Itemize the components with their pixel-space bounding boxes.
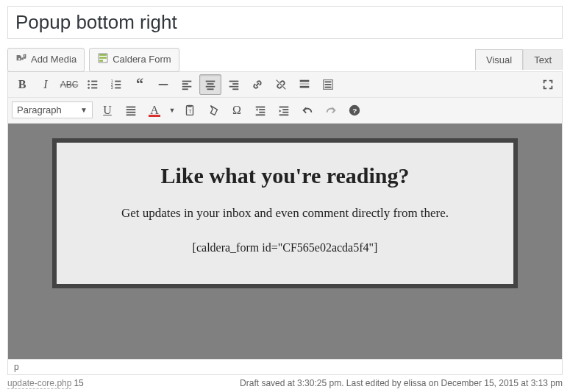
svg-rect-9 [115,84,121,85]
special-char-button[interactable]: Ω [226,100,248,121]
svg-rect-15 [182,86,192,88]
popup-paragraph: Get updates in your inbox and even comme… [71,206,499,221]
svg-rect-3 [91,84,97,85]
popup-shortcode: [caldera_form id="CF565e02acda5f4"] [71,241,499,254]
toolbar-row-1: B I ABC 123 “ [8,72,562,98]
svg-rect-41 [259,109,265,110]
align-center-button[interactable] [199,74,221,95]
svg-point-2 [88,84,90,86]
bold-button[interactable]: B [11,74,33,95]
read-more-button[interactable] [293,74,316,95]
svg-rect-45 [282,109,288,110]
bullet-list-button[interactable] [82,74,104,95]
svg-rect-11 [115,87,121,88]
svg-rect-30 [325,81,332,82]
svg-rect-7 [115,80,121,82]
footer-status-row: update-core.php 15 Draft saved at 3:30:2… [7,375,563,389]
chevron-down-icon: ▼ [169,107,176,114]
svg-rect-14 [182,83,188,85]
strikethrough-button[interactable]: ABC [58,74,80,95]
svg-rect-26 [300,80,310,82]
svg-rect-13 [182,80,192,82]
toolbar-toggle-button[interactable] [317,74,339,95]
svg-rect-34 [127,109,136,110]
italic-button[interactable]: I [35,74,57,95]
svg-rect-21 [229,80,239,82]
align-right-button[interactable] [223,74,245,95]
svg-rect-22 [232,83,238,85]
svg-text:3: 3 [111,85,113,90]
format-select-label: Paragraph [17,104,62,115]
svg-rect-17 [206,80,215,82]
element-path-bar[interactable]: p [8,359,562,374]
popup-heading: Like what you're reading? [71,163,499,188]
svg-text:?: ? [352,106,357,114]
text-color-dropdown[interactable]: ▼ [167,100,177,121]
footer-line-hint: 15 [74,378,83,388]
link-button[interactable] [246,74,268,95]
footer-status-text: Draft saved at 3:30:25 pm. Last edited b… [240,378,563,388]
align-justify-button[interactable] [120,100,142,121]
svg-rect-27 [300,83,310,85]
svg-point-4 [88,87,90,89]
svg-rect-36 [127,114,136,115]
svg-point-0 [88,80,90,82]
fullscreen-button[interactable] [537,74,559,95]
svg-rect-28 [300,86,310,88]
svg-rect-35 [127,112,136,113]
editor-content-area[interactable]: Like what you're reading? Get updates in… [8,124,562,359]
undo-button[interactable] [296,100,318,121]
svg-rect-1 [91,80,97,82]
svg-text:T: T [188,107,192,114]
svg-rect-5 [91,87,97,88]
clear-formatting-button[interactable] [202,100,224,121]
svg-rect-44 [279,106,289,107]
indent-button[interactable] [273,100,295,121]
post-title-input[interactable] [7,6,563,39]
tab-visual[interactable]: Visual [475,49,523,70]
svg-rect-47 [279,114,289,115]
tab-text[interactable]: Text [523,49,563,70]
svg-rect-46 [282,112,288,113]
chevron-down-icon: ▼ [80,106,88,114]
align-left-button[interactable] [176,74,198,95]
svg-rect-38 [188,105,191,107]
text-color-button[interactable]: A [143,100,165,121]
svg-rect-24 [232,88,238,90]
footer-file-hint: update-core.php [7,378,71,389]
svg-rect-19 [206,86,215,88]
outdent-button[interactable] [249,100,271,121]
svg-rect-42 [259,112,265,113]
unlink-button[interactable] [270,74,292,95]
svg-rect-31 [325,84,332,85]
svg-rect-43 [256,114,266,115]
redo-button[interactable] [320,100,342,121]
underline-button[interactable]: U [96,100,118,121]
numbered-list-button[interactable]: 123 [105,74,127,95]
caldera-form-button[interactable]: Caldera Form [89,48,179,72]
paste-text-button[interactable]: T [179,100,201,121]
editor-container: B I ABC 123 “ [7,71,563,375]
svg-rect-33 [127,106,136,107]
svg-rect-23 [229,86,239,88]
help-button[interactable]: ? [343,100,366,121]
svg-rect-40 [256,106,266,107]
caldera-icon [97,52,109,68]
svg-rect-18 [207,83,214,85]
caldera-form-label: Caldera Form [113,54,171,66]
svg-rect-32 [325,87,332,88]
toolbar-row-2: Paragraph ▼ U A ▼ T Ω [8,98,562,124]
add-media-button[interactable]: Add Media [7,48,85,72]
hr-button[interactable] [152,74,174,95]
camera-music-icon [15,52,27,68]
blockquote-button[interactable]: “ [129,74,151,95]
format-select[interactable]: Paragraph ▼ [12,101,93,118]
add-media-label: Add Media [31,54,76,66]
svg-rect-16 [182,88,188,90]
popup-card: Like what you're reading? Get updates in… [52,138,518,288]
svg-rect-20 [207,88,214,90]
svg-rect-12 [159,84,168,85]
